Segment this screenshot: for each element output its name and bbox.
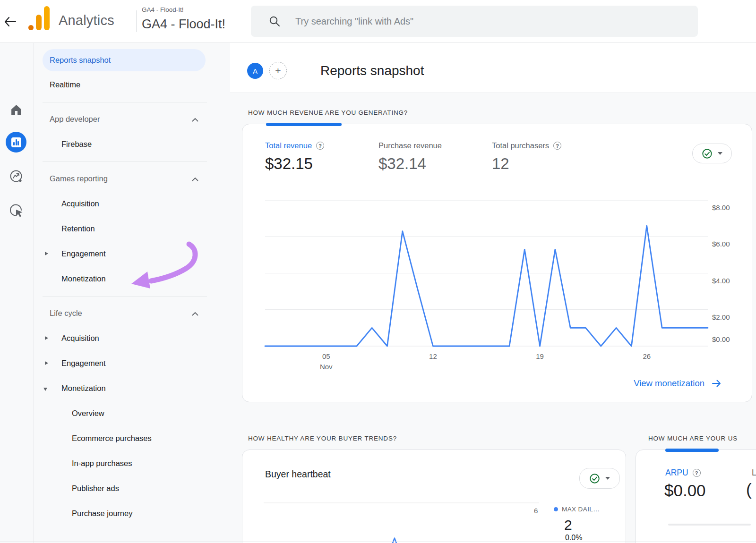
sidebar-item-ecommerce-purchases[interactable]: Ecommerce purchases xyxy=(34,426,217,451)
expand-expander-icon[interactable] xyxy=(45,252,48,255)
sidebar-item-reports-snapshot[interactable]: Reports snapshot xyxy=(43,49,206,71)
svg-text:26: 26 xyxy=(643,352,651,360)
sidebar-item-label: Firebase xyxy=(61,140,92,149)
sidebar-divider xyxy=(34,291,217,301)
sidebar-item-label: Reports snapshot xyxy=(50,56,111,65)
reports-icon[interactable] xyxy=(6,132,26,153)
sidebar-item-label: Acquisition xyxy=(61,334,99,343)
metric-tab-purchase-revenue[interactable]: Purchase revenue$32.14 xyxy=(378,141,442,173)
analytics-logo-icon[interactable] xyxy=(28,6,51,31)
viewport-bottom-edge xyxy=(0,542,756,542)
sidebar-item-label: Acquisition xyxy=(61,199,99,208)
metric-tab-total-revenue[interactable]: Total revenue?$32.15 xyxy=(265,141,324,173)
arpu-label: ARPU xyxy=(665,468,688,478)
view-monetization-link[interactable]: View monetization xyxy=(634,378,722,389)
home-icon[interactable] xyxy=(10,103,23,118)
data-quality-check-icon xyxy=(589,473,600,484)
add-comparison-button[interactable]: + xyxy=(269,62,287,79)
advertising-icon[interactable] xyxy=(9,203,24,220)
sidebar-item-label: Engagement xyxy=(61,359,106,368)
sidebar-item-label: Overview xyxy=(72,409,104,418)
sidebar-item-label: Purchase journey xyxy=(72,509,132,518)
svg-text:$6.00: $6.00 xyxy=(712,240,730,248)
logo-bar-tall xyxy=(44,6,50,30)
chevron-down-icon xyxy=(605,477,610,480)
metric-value: $32.14 xyxy=(378,155,442,173)
chevron-up-icon[interactable] xyxy=(192,312,198,316)
sidebar-item-monetization[interactable]: Monetization xyxy=(34,266,217,291)
arpu-card: ARPU ? $0.00 L ( xyxy=(636,450,756,543)
avatar[interactable]: A xyxy=(247,63,263,79)
report-nav-sidebar: Reports snapshotRealtimeApp developerFir… xyxy=(34,47,217,526)
legend-value: 2 xyxy=(564,517,572,533)
section-label-users-worth: HOW MUCH ARE YOUR US xyxy=(648,435,738,442)
section-label-buyer-trends: HOW HEALTHY ARE YOUR BUYER TRENDS? xyxy=(248,435,397,442)
ga4-reports-snapshot-screen: Analytics GA4 - Flood-It! GA4 - Flood-It… xyxy=(0,0,756,543)
sidebar-item-overview[interactable]: Overview xyxy=(34,401,217,426)
carousel-tab-indicator[interactable] xyxy=(266,123,342,126)
sidebar-item-in-app-purchases[interactable]: In-app purchases xyxy=(34,451,217,476)
chevron-down-icon xyxy=(718,152,722,155)
sidebar-item-acquisition[interactable]: Acquisition xyxy=(34,326,217,351)
sidebar-item-engagement[interactable]: Engagement xyxy=(34,351,217,376)
help-icon[interactable]: ? xyxy=(693,469,701,477)
search-input[interactable]: Try searching "link with Ads" xyxy=(251,6,698,37)
chevron-up-icon[interactable] xyxy=(192,118,198,122)
sidebar-item-purchase-journey[interactable]: Purchase journey xyxy=(34,501,217,526)
header-divider xyxy=(136,10,137,32)
help-icon[interactable]: ? xyxy=(316,142,324,150)
legend-dot-icon xyxy=(554,507,558,511)
help-icon[interactable]: ? xyxy=(553,142,561,150)
sidebar-item-label: Realtime xyxy=(50,80,80,89)
sidebar-item-acquisition[interactable]: Acquisition xyxy=(34,191,217,216)
sidebar-item-firebase[interactable]: Firebase xyxy=(34,132,217,157)
sidebar-item-games-reporting[interactable]: Games reporting xyxy=(34,166,217,191)
property-name-small: GA4 - Flood-It! xyxy=(142,6,184,13)
sidebar-item-label: App developer xyxy=(50,115,100,124)
data-quality-button[interactable] xyxy=(692,144,732,163)
revenue-overview-card: Total revenue?$32.15Purchase revenue$32.… xyxy=(242,124,752,402)
expand-expander-icon[interactable] xyxy=(45,361,48,365)
sidebar-item-engagement[interactable]: Engagement xyxy=(34,241,217,266)
back-arrow-icon[interactable] xyxy=(3,15,17,29)
arpu-metric-tab[interactable]: ARPU ? xyxy=(665,468,701,478)
search-icon xyxy=(269,16,281,29)
arrow-right-icon xyxy=(711,378,722,389)
expand-expander-icon[interactable] xyxy=(45,336,48,340)
arpu-value: $0.00 xyxy=(664,481,706,500)
collapse-expander-icon[interactable] xyxy=(43,388,47,391)
sidebar-item-label: Life cycle xyxy=(50,309,82,318)
sidebar-item-life-cycle[interactable]: Life cycle xyxy=(34,301,217,326)
sidebar-item-retention[interactable]: Retention xyxy=(34,216,217,241)
metric-tab-total-purchasers[interactable]: Total purchasers?12 xyxy=(492,141,561,173)
report-title-band: A + Reports snapshot xyxy=(230,42,756,93)
sidebar-item-app-developer[interactable]: App developer xyxy=(34,107,217,132)
svg-text:$2.00: $2.00 xyxy=(712,313,730,321)
svg-text:6: 6 xyxy=(534,507,538,515)
section-label-revenue: HOW MUCH REVENUE ARE YOU GENERATING? xyxy=(248,109,408,116)
svg-text:Nov: Nov xyxy=(320,363,333,371)
clipped-second-metric-label: L xyxy=(752,468,756,478)
sidebar-item-publisher-ads[interactable]: Publisher ads xyxy=(34,476,217,501)
sidebar-item-monetization[interactable]: Monetization xyxy=(34,376,217,401)
logo-bar-mid xyxy=(36,15,42,30)
chevron-up-icon[interactable] xyxy=(192,177,198,181)
sidebar-item-label: Publisher ads xyxy=(72,484,119,493)
property-switcher[interactable]: GA4 - Flood-It! xyxy=(142,17,225,32)
title-divider xyxy=(305,60,305,82)
sidebar-divider xyxy=(34,157,217,166)
svg-text:12: 12 xyxy=(429,352,437,360)
explore-icon[interactable] xyxy=(9,169,24,186)
left-icon-rail xyxy=(0,42,34,543)
buyer-heartbeat-title: Buyer heartbeat xyxy=(265,469,331,480)
data-quality-button[interactable] xyxy=(579,468,620,489)
legend-percent: 0.0% xyxy=(565,534,582,542)
metric-value: 12 xyxy=(492,155,561,173)
carousel-tab-indicator[interactable] xyxy=(665,449,719,452)
search-placeholder: Try searching "link with Ads" xyxy=(295,6,413,37)
app-name: Analytics xyxy=(59,13,114,28)
metric-label: Total purchasers xyxy=(492,141,549,150)
sidebar-item-realtime[interactable]: Realtime xyxy=(34,72,217,97)
svg-text:$0.00: $0.00 xyxy=(712,335,730,343)
sidebar-item-label: Monetization xyxy=(61,274,106,283)
